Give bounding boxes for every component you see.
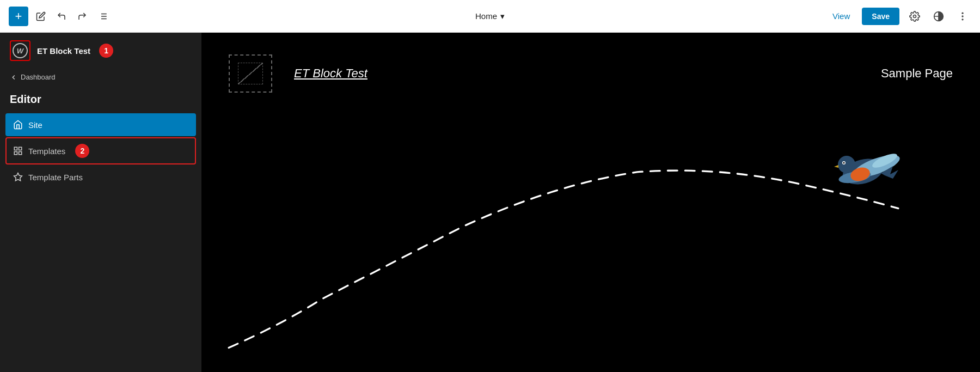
toolbar-center: Home ▾ bbox=[470, 8, 510, 25]
sidebar: W ET Block Test 1 Dashboard Editor Site bbox=[0, 33, 201, 372]
dashboard-label: Dashboard bbox=[21, 73, 56, 81]
home-button[interactable]: Home ▾ bbox=[470, 8, 510, 25]
chevron-left-icon bbox=[10, 74, 17, 81]
main-area: W ET Block Test 1 Dashboard Editor Site bbox=[0, 33, 980, 372]
wordpress-logo[interactable]: W bbox=[10, 40, 30, 61]
gear-icon bbox=[909, 11, 920, 22]
editor-label: Editor bbox=[0, 89, 201, 111]
sidebar-header: W ET Block Test 1 bbox=[0, 33, 201, 69]
badge-2: 2 bbox=[75, 144, 89, 158]
pencil-icon bbox=[36, 11, 46, 21]
contrast-icon bbox=[933, 11, 944, 22]
svg-marker-15 bbox=[14, 173, 22, 181]
dashboard-link[interactable]: Dashboard bbox=[0, 69, 201, 89]
home-label: Home bbox=[475, 11, 497, 21]
sidebar-item-site[interactable]: Site bbox=[5, 113, 196, 136]
site-title: ET Block Test bbox=[294, 66, 367, 81]
sidebar-item-templates[interactable]: Templates 2 bbox=[5, 137, 196, 164]
badge-1: 1 bbox=[99, 44, 113, 58]
settings-button[interactable] bbox=[906, 8, 923, 25]
svg-marker-22 bbox=[834, 165, 838, 168]
site-branding: ET Block Test bbox=[229, 54, 367, 93]
chevron-down-icon: ▾ bbox=[500, 11, 505, 21]
site-name: ET Block Test bbox=[37, 46, 90, 56]
redo-icon bbox=[77, 11, 87, 21]
svg-point-19 bbox=[838, 156, 855, 173]
toolbar-left: + bbox=[9, 7, 111, 26]
view-button[interactable]: View bbox=[827, 8, 855, 24]
sidebar-item-template-parts[interactable]: Template Parts bbox=[5, 166, 196, 188]
svg-point-9 bbox=[961, 15, 963, 17]
ellipsis-vertical-icon bbox=[957, 11, 968, 22]
template-parts-icon bbox=[13, 172, 23, 182]
contrast-button[interactable] bbox=[930, 8, 947, 25]
dashed-box bbox=[238, 63, 263, 84]
bird-image bbox=[822, 136, 909, 202]
bird-svg bbox=[822, 136, 909, 202]
redo-button[interactable] bbox=[74, 8, 90, 25]
toolbar: + Home ▾ View Save bbox=[0, 0, 980, 33]
svg-point-6 bbox=[914, 15, 916, 17]
more-options-button[interactable] bbox=[954, 8, 971, 25]
undo-button[interactable] bbox=[53, 8, 70, 25]
sidebar-item-label-site: Site bbox=[28, 120, 42, 130]
svg-point-8 bbox=[961, 12, 963, 14]
save-button[interactable]: Save bbox=[862, 8, 899, 25]
wordpress-logo-inner: W bbox=[13, 43, 28, 58]
site-logo-placeholder bbox=[229, 54, 272, 93]
svg-rect-12 bbox=[19, 147, 22, 150]
svg-rect-11 bbox=[14, 147, 17, 150]
sample-page: Sample Page bbox=[881, 66, 953, 81]
list-view-button[interactable] bbox=[95, 8, 111, 25]
home-icon bbox=[13, 120, 23, 130]
toolbar-right: View Save bbox=[827, 8, 971, 25]
content-header: ET Block Test Sample Page bbox=[201, 33, 980, 103]
templates-icon bbox=[13, 146, 23, 156]
sidebar-item-label-template-parts: Template Parts bbox=[28, 173, 83, 182]
content-area: ET Block Test Sample Page bbox=[201, 33, 980, 372]
svg-point-10 bbox=[961, 19, 963, 20]
pencil-button[interactable] bbox=[33, 8, 49, 25]
undo-icon bbox=[57, 11, 66, 21]
sidebar-nav: Site Templates 2 Template Parts bbox=[0, 111, 201, 191]
list-icon bbox=[98, 11, 108, 21]
sidebar-item-label-templates: Templates bbox=[28, 147, 65, 156]
svg-rect-14 bbox=[14, 152, 17, 155]
svg-point-21 bbox=[843, 162, 845, 164]
add-block-button[interactable]: + bbox=[9, 7, 28, 26]
svg-rect-13 bbox=[19, 152, 22, 155]
